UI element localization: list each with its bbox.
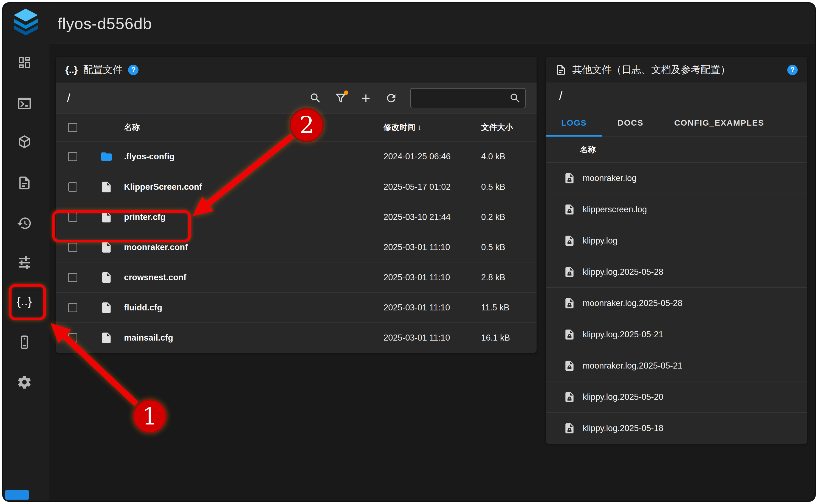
table-row[interactable]: crowsnest.conf 2025-03-01 11:10 2.8 kB [56,262,537,292]
list-item[interactable]: moonraker.log [546,162,807,194]
help-icon[interactable]: ? [128,65,138,75]
file-modified: 2025-03-10 21:44 [383,212,481,222]
search-input[interactable] [411,88,526,108]
file-modified: 2025-05-17 01:02 [383,182,481,192]
console-icon[interactable] [11,90,38,117]
search-box [411,88,526,108]
tab-docs[interactable]: DOCS [602,109,659,137]
select-all-checkbox[interactable] [68,123,77,132]
annotation-circle-1 [133,400,166,433]
table-row[interactable]: printer.cfg 2025-03-10 21:44 0.2 kB [56,202,537,232]
log-file-name: klippy.log.2025-05-28 [583,267,663,277]
table-header-row: 名称 修改时间↓ 文件大小 [56,114,537,141]
tab-logs[interactable]: LOGS [546,109,602,137]
table-row[interactable]: KlipperScreen.conf 2025-05-17 01:02 0.5 … [56,172,537,202]
log-file-list: moonraker.log klipperscreen.log klippy.l… [546,162,807,444]
document-icon[interactable] [11,170,38,196]
filter-icon[interactable] [333,91,348,105]
locked-file-icon [564,172,576,184]
breadcrumb-path[interactable]: / [546,83,807,109]
table-row[interactable]: fluidd.cfg 2025-03-01 11:10 11.5 kB [56,292,537,322]
file-type-icon [100,271,113,284]
locked-file-icon [564,235,576,247]
configure-braces-icon[interactable]: {..} [11,288,38,315]
row-checkbox[interactable] [68,182,77,192]
column-size[interactable]: 文件大小 [481,122,526,133]
refresh-icon[interactable] [384,91,398,105]
system-host-icon[interactable] [11,329,38,355]
config-file-table: .flyos-config 2024-01-25 06:46 4.0 kB Kl… [56,141,537,353]
other-panel-header: 其他文件（日志、文档及参考配置） ? [546,57,807,83]
sort-desc-icon: ↓ [418,123,422,132]
row-checkbox[interactable] [68,303,77,312]
file-modified: 2025-03-01 11:10 [383,303,481,313]
file-name: KlipperScreen.conf [124,182,383,192]
tune-icon[interactable] [11,249,38,276]
dashboard-icon[interactable] [11,49,38,76]
table-row[interactable]: moonraker.conf 2025-03-01 11:10 0.5 kB [56,232,537,262]
list-item[interactable]: klippy.log.2025-05-21 [546,319,807,350]
filter-active-badge [344,90,348,95]
list-item[interactable]: klippy.log [546,225,807,256]
locked-file-icon [564,329,576,341]
file-size: 11.5 kB [481,303,526,313]
row-checkbox[interactable] [68,243,77,252]
add-file-icon[interactable] [359,91,373,105]
file-size: 2.8 kB [481,273,526,282]
file-size: 0.2 kB [481,212,526,222]
settings-gear-icon[interactable] [11,369,38,395]
file-size: 0.5 kB [481,182,526,192]
locked-file-icon [564,297,576,309]
preview-cube-icon[interactable] [11,129,38,155]
file-modified: 2025-03-01 11:10 [383,273,481,282]
log-file-name: moonraker.log [583,173,636,183]
document-icon [555,64,567,76]
config-panel-header: {..} 配置文件 ? [56,57,537,83]
log-file-name: klippy.log [583,236,618,246]
tab-config-examples[interactable]: CONFIG_EXAMPLES [659,109,780,137]
list-item[interactable]: klippy.log.2025-05-20 [546,381,807,412]
file-type-icon [100,211,113,223]
log-file-name: klippy.log.2025-05-20 [583,392,663,402]
file-modified: 2024-01-25 06:46 [383,152,481,162]
file-size: 16.1 kB [481,333,526,343]
config-toolbar: / [56,83,537,114]
file-type-icon [100,301,113,314]
annotation-step-1: 1 [142,403,157,430]
column-modified[interactable]: 修改时间↓ [383,122,481,133]
help-icon[interactable]: ? [787,65,798,75]
row-checkbox[interactable] [68,333,77,342]
file-name: printer.cfg [124,212,383,222]
locked-file-icon [564,391,576,403]
table-row[interactable]: .flyos-config 2024-01-25 06:46 4.0 kB [56,141,537,172]
log-file-name: moonraker.log.2025-05-28 [583,298,683,308]
table-row[interactable]: mainsail.cfg 2025-03-01 11:10 16.1 kB [56,322,537,353]
history-icon[interactable] [11,210,38,236]
row-checkbox[interactable] [68,273,77,282]
locked-file-icon [564,266,576,278]
file-size: 0.5 kB [481,242,526,252]
config-files-panel: {..} 配置文件 ? / [56,57,537,353]
file-type-icon [100,150,113,163]
braces-label: {..} [17,295,32,308]
search-input-icon [509,92,521,104]
column-name[interactable]: 名称 [124,122,383,133]
list-item[interactable]: klippy.log.2025-05-18 [546,412,807,444]
breadcrumb-path[interactable]: / [67,91,70,105]
other-files-panel: 其他文件（日志、文档及参考配置） ? / LOGS DOCS CONFIG_EX… [546,57,807,444]
sidebar-bottom-accent [5,490,29,500]
file-name: fluidd.cfg [124,303,383,313]
list-item[interactable]: klippy.log.2025-05-28 [546,256,807,287]
list-item[interactable]: moonraker.log.2025-05-21 [546,350,807,381]
list-item[interactable]: klipperscreen.log [546,194,807,225]
list-item[interactable]: moonraker.log.2025-05-28 [546,287,807,319]
other-files-tabs: LOGS DOCS CONFIG_EXAMPLES [546,109,807,137]
row-checkbox[interactable] [68,213,77,222]
file-type-icon [100,332,113,344]
log-file-name: moonraker.log.2025-05-21 [583,361,683,371]
locked-file-icon [564,422,576,434]
row-checkbox[interactable] [68,152,77,161]
file-type-icon [100,241,113,254]
search-icon[interactable] [308,91,322,105]
config-panel-title: 配置文件 [83,63,123,77]
